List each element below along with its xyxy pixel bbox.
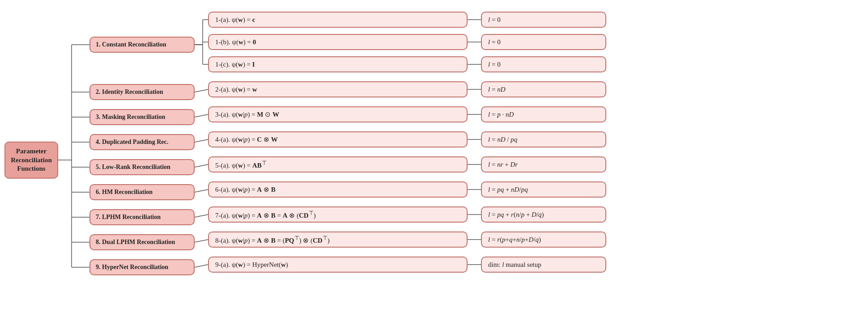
mid-box-row4: 4. Duplicated Padding Rec. <box>89 134 195 150</box>
param-box-row1-1: l = 0 <box>481 34 606 50</box>
param-text: l = nD <box>488 86 505 93</box>
param-text: l = pq + nD/pq <box>488 186 528 194</box>
param-text: l = 0 <box>488 61 501 68</box>
formula-text: 2-(a). ψ(w) = w <box>215 86 257 93</box>
formula-box-row1-2: 1-(c). ψ(w) = I <box>208 56 468 72</box>
formula-text: 4-(a). ψ(w|p) = C ⊗ W <box>215 135 278 143</box>
mid-box-row2: 2. Identity Reconciliation <box>89 84 195 100</box>
param-text: l = 0 <box>488 16 501 24</box>
param-text: dim: l manual setup <box>488 261 541 269</box>
diagram-container: Parameter Reconciliation Functions 1. Co… <box>0 0 868 320</box>
param-box-row8-0: l = r(p+q+n/p+D/q) <box>481 232 606 248</box>
mid-label: 7. LPHM Reconciliation <box>96 214 161 221</box>
svg-line-21 <box>195 215 208 217</box>
mid-label: 9. HyperNet Reconciliation <box>96 264 168 271</box>
mid-box-row1: 1. Constant Reconciliation <box>89 37 195 53</box>
formula-box-row2-0: 2-(a). ψ(w) = w <box>208 81 468 97</box>
svg-line-23 <box>195 240 208 242</box>
formula-text: 1-(b). ψ(w) = 0 <box>215 38 256 46</box>
formula-box-row7-0: 7-(a). ψ(w|p) = A ⊗ B = A ⊗ (CD⊤) <box>208 206 468 223</box>
param-box-row1-2: l = 0 <box>481 56 606 72</box>
formula-box-row3-0: 3-(a). ψ(w|p) = M ⊙ W <box>208 106 468 122</box>
formula-text: 5-(a). ψ(w) = AB⊤ <box>215 160 267 169</box>
formula-text: 3-(a). ψ(w|p) = M ⊙ W <box>215 110 279 118</box>
mid-label: 5. Low-Rank Reconciliation <box>96 164 170 171</box>
mid-label: 4. Duplicated Padding Rec. <box>96 139 168 146</box>
formula-box-row4-0: 4-(a). ψ(w|p) = C ⊗ W <box>208 131 468 147</box>
mid-box-row5: 5. Low-Rank Reconciliation <box>89 159 195 175</box>
mid-box-row7: 7. LPHM Reconciliation <box>89 209 195 225</box>
formula-text: 8-(a). ψ(w|p) = A ⊗ B = (PQ⊤) ⊗ (CD⊤) <box>215 235 330 244</box>
formula-text: 9-(a). ψ(w) = HyperNet(w) <box>215 261 288 269</box>
formula-box-row8-0: 8-(a). ψ(w|p) = A ⊗ B = (PQ⊤) ⊗ (CD⊤) <box>208 232 468 248</box>
param-box-row7-0: l = pq + r(n/p + D/q) <box>481 206 606 223</box>
param-text: l = p · nD <box>488 111 514 118</box>
svg-line-25 <box>195 265 208 267</box>
mid-label: 2. Identity Reconciliation <box>96 88 163 96</box>
param-text: l = nr + Dr <box>488 161 518 168</box>
formula-text: 7-(a). ψ(w|p) = A ⊗ B = A ⊗ (CD⊤) <box>215 210 316 219</box>
param-text: l = r(p+q+n/p+D/q) <box>488 236 541 244</box>
formula-text: 1-(c). ψ(w) = I <box>215 61 255 68</box>
mid-box-row3: 3. Masking Reconciliation <box>89 109 195 125</box>
formula-box-row6-0: 6-(a). ψ(w|p) = A ⊗ B <box>208 181 468 198</box>
svg-line-15 <box>195 139 208 142</box>
param-text: l = pq + r(n/p + D/q) <box>488 211 544 219</box>
formula-text: 1-(a). ψ(w) = c <box>215 16 255 24</box>
formula-box-row9-0: 9-(a). ψ(w) = HyperNet(w) <box>208 257 468 273</box>
param-text: l = nD / pq <box>488 136 517 143</box>
svg-line-11 <box>195 89 208 92</box>
left-box: Parameter Reconciliation Functions <box>4 142 58 179</box>
svg-line-19 <box>195 189 208 192</box>
param-box-row1-0: l = 0 <box>481 12 606 28</box>
svg-line-17 <box>195 164 208 167</box>
mid-label: 6. HM Reconciliation <box>96 189 153 196</box>
mid-label: 1. Constant Reconciliation <box>96 41 166 48</box>
formula-box-row1-0: 1-(a). ψ(w) = c <box>208 12 468 28</box>
param-box-row3-0: l = p · nD <box>481 106 606 122</box>
mid-box-row9: 9. HyperNet Reconciliation <box>89 259 195 275</box>
mid-label: 8. Dual LPHM Reconciliation <box>96 239 175 246</box>
formula-box-row1-1: 1-(b). ψ(w) = 0 <box>208 34 468 50</box>
svg-line-13 <box>195 114 208 117</box>
param-box-row5-0: l = nr + Dr <box>481 156 606 173</box>
param-text: l = 0 <box>488 38 501 46</box>
param-box-row6-0: l = pq + nD/pq <box>481 181 606 198</box>
param-box-row9-0: dim: l manual setup <box>481 257 606 273</box>
mid-box-row8: 8. Dual LPHM Reconciliation <box>89 234 195 250</box>
param-box-row4-0: l = nD / pq <box>481 131 606 147</box>
formula-box-row5-0: 5-(a). ψ(w) = AB⊤ <box>208 156 468 173</box>
mid-label: 3. Masking Reconciliation <box>96 114 165 121</box>
mid-box-row6: 6. HM Reconciliation <box>89 184 195 200</box>
left-box-label: Parameter Reconciliation Functions <box>11 147 52 173</box>
formula-text: 6-(a). ψ(w|p) = A ⊗ B <box>215 185 276 194</box>
param-box-row2-0: l = nD <box>481 81 606 97</box>
